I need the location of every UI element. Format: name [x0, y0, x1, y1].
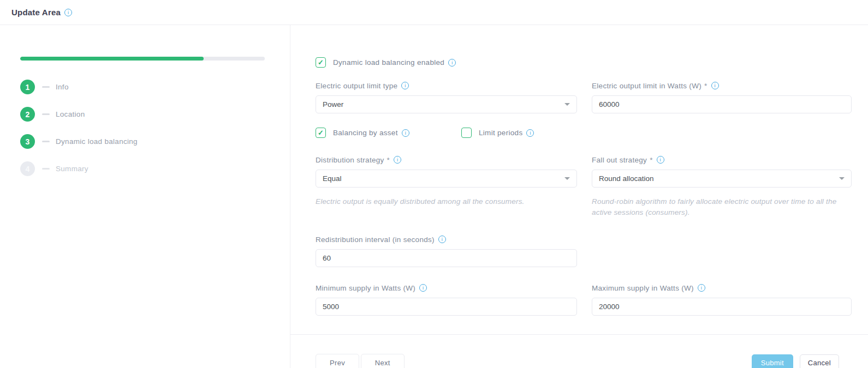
- step-number: 3: [20, 134, 35, 149]
- form-panel: ✓ Dynamic load balancing enabled Electri…: [290, 25, 868, 368]
- step-number: 1: [20, 80, 35, 94]
- field-label: Maximum supply in Watts (W): [592, 282, 852, 293]
- info-icon[interactable]: [402, 129, 409, 137]
- page-header: Update Area: [0, 0, 868, 25]
- cancel-button[interactable]: Cancel: [800, 354, 839, 368]
- step-label: Dynamic load balancing: [56, 137, 138, 146]
- distribution-strategy-select[interactable]: Equal: [316, 170, 577, 188]
- info-icon[interactable]: [657, 156, 664, 164]
- step-info[interactable]: 1 Info: [20, 80, 290, 94]
- submit-button[interactable]: Submit: [752, 354, 793, 368]
- step-number: 2: [20, 107, 35, 122]
- maximum-supply-input[interactable]: [592, 298, 852, 316]
- step-dash: [42, 86, 50, 88]
- limit-periods-label: Limit periods: [479, 129, 522, 137]
- wizard-sidebar: 1 Info 2 Location 3 Dynamic load balanci…: [0, 25, 290, 368]
- field-label: Minimum supply in Watts (W): [316, 282, 577, 293]
- step-summary[interactable]: 4 Summary: [20, 161, 290, 176]
- field-label: Electric output limit in Watts (W) *: [592, 80, 852, 91]
- wizard-steps: 1 Info 2 Location 3 Dynamic load balanci…: [20, 80, 290, 176]
- dlb-enabled-checkbox[interactable]: ✓: [316, 57, 326, 68]
- distribution-strategy-hint: Electric output is equally distributed a…: [316, 196, 577, 207]
- field-maximum-supply: Maximum supply in Watts (W): [592, 282, 852, 316]
- check-icon: ✓: [318, 59, 324, 66]
- chevron-down-icon: [839, 177, 845, 180]
- limit-periods-checkbox[interactable]: ✓: [461, 128, 472, 138]
- check-icon: ✓: [318, 129, 324, 136]
- field-fall-out-strategy: Fall out strategy * Round allocation Rou…: [592, 154, 852, 218]
- field-electric-output-limit-watts: Electric output limit in Watts (W) *: [592, 80, 852, 113]
- step-number: 4: [20, 161, 35, 176]
- field-label: Redistribution interval (in seconds): [316, 234, 577, 245]
- step-dash: [42, 141, 50, 142]
- balancing-by-asset-label: Balancing by asset: [333, 129, 398, 137]
- wizard-progress-bar: [20, 57, 265, 61]
- checkbox-row-limit-periods: ✓ Limit periods: [461, 128, 534, 138]
- wizard-progress-fill: [20, 57, 204, 61]
- electric-output-limit-type-select[interactable]: Power: [316, 95, 577, 113]
- page-title: Update Area: [11, 8, 61, 17]
- info-icon[interactable]: [711, 82, 719, 89]
- info-icon[interactable]: [438, 236, 446, 243]
- step-label: Summary: [56, 165, 88, 173]
- field-label: Electric output limit type: [316, 80, 577, 91]
- field-label: Distribution strategy *: [316, 154, 577, 165]
- step-dash: [42, 168, 50, 170]
- balancing-by-asset-checkbox[interactable]: ✓: [316, 128, 326, 138]
- step-label: Location: [56, 110, 85, 118]
- field-minimum-supply: Minimum supply in Watts (W): [316, 282, 577, 316]
- info-icon[interactable]: [419, 284, 427, 292]
- redistribution-interval-input[interactable]: [316, 249, 577, 267]
- form-footer: Prev Next Submit Cancel: [290, 335, 868, 368]
- select-value: Round allocation: [599, 174, 654, 183]
- chevron-down-icon: [564, 103, 570, 106]
- required-asterisk: *: [650, 156, 653, 164]
- info-icon[interactable]: [401, 82, 409, 89]
- info-icon[interactable]: [448, 59, 456, 67]
- required-asterisk: *: [704, 82, 708, 90]
- step-nav-buttons: Prev Next: [316, 354, 405, 368]
- field-label: Fall out strategy *: [592, 154, 852, 165]
- select-value: Equal: [323, 174, 342, 183]
- select-value: Power: [323, 100, 343, 108]
- field-redistribution-interval: Redistribution interval (in seconds): [316, 234, 577, 267]
- prev-button[interactable]: Prev: [316, 354, 359, 368]
- electric-output-limit-watts-input[interactable]: [592, 95, 852, 113]
- fall-out-strategy-select[interactable]: Round allocation: [592, 170, 852, 188]
- field-distribution-strategy: Distribution strategy * Equal Electric o…: [316, 154, 577, 218]
- step-location[interactable]: 2 Location: [20, 107, 290, 122]
- field-electric-output-limit-type: Electric output limit type Power: [316, 80, 577, 113]
- checkbox-row-balancing-by-asset: ✓ Balancing by asset: [316, 128, 461, 138]
- checkbox-row-dlb-enabled: ✓ Dynamic load balancing enabled: [316, 57, 852, 68]
- info-icon[interactable]: [64, 9, 72, 16]
- info-icon[interactable]: [394, 156, 401, 164]
- minimum-supply-input[interactable]: [316, 298, 577, 316]
- step-label: Info: [56, 83, 69, 91]
- info-icon[interactable]: [698, 284, 705, 292]
- chevron-down-icon: [564, 177, 570, 180]
- step-dash: [42, 113, 50, 115]
- required-asterisk: *: [387, 156, 390, 164]
- next-button[interactable]: Next: [361, 354, 405, 368]
- info-icon[interactable]: [526, 129, 534, 137]
- step-dynamic-load-balancing[interactable]: 3 Dynamic load balancing: [20, 134, 290, 149]
- action-buttons: Submit Cancel: [752, 354, 839, 368]
- fall-out-strategy-hint: Round-robin algorithm to fairly allocate…: [592, 196, 852, 218]
- dlb-enabled-label: Dynamic load balancing enabled: [333, 58, 444, 67]
